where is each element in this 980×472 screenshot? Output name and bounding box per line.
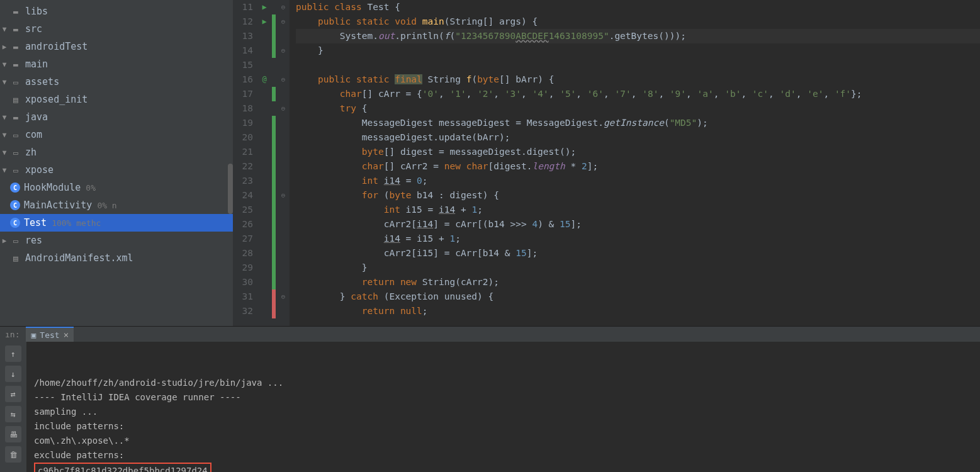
console-line: ---- IntelliJ IDEA coverage runner ---- xyxy=(34,390,972,405)
run-tabbar-label: ın: xyxy=(5,330,20,339)
tree-item-assets[interactable]: ▼▭assets xyxy=(0,73,233,91)
folder-icon: ▬ xyxy=(10,59,21,69)
coverage-gutter xyxy=(271,0,277,326)
file-icon: ▤ xyxy=(10,94,21,104)
sidebar-scrollbar[interactable] xyxy=(228,164,233,214)
tree-item-label: HookModule xyxy=(24,182,81,193)
 xyxy=(258,130,271,145)
coverage-suffix: 0% xyxy=(86,183,96,193)
fold-gutter[interactable]: ⊖⊖⊖⊖⊖⊖⊖ xyxy=(277,0,290,326)
console-line: sampling ... xyxy=(34,405,972,419)
tree-item-mainactivity[interactable]: CMainActivity0% n xyxy=(0,196,233,214)
tree-item-label: MainActivity xyxy=(24,199,92,211)
chevron-down-icon[interactable]: ▼ xyxy=(0,78,9,86)
tree-item-androidtest[interactable]: ▶▬androidTest xyxy=(0,38,233,55)
run-tab-test[interactable]: ▣ Test × xyxy=(26,327,74,342)
console-line: exclude patterns: xyxy=(34,448,972,463)
console-line: /home/zhouff/zh/android-studio/jre/bin/j… xyxy=(34,376,972,390)
run-tool-button[interactable]: 🗑 xyxy=(5,446,21,463)
run-gutter[interactable]: ▶▶@ xyxy=(258,0,271,326)
 xyxy=(258,29,271,43)
tree-item-com[interactable]: ▼▭com xyxy=(0,126,233,143)
chevron-down-icon[interactable]: ▼ xyxy=(0,25,9,33)
run-tool-button[interactable]: ⇆ xyxy=(5,406,21,422)
 xyxy=(258,188,271,203)
coverage-suffix: 100% methc xyxy=(52,218,101,228)
tree-item-label: main xyxy=(25,59,48,70)
 xyxy=(258,275,271,289)
 xyxy=(258,304,271,318)
 xyxy=(258,203,271,217)
tree-item-zh[interactable]: ▼▭zh xyxy=(0,143,233,161)
tree-item-label: libs xyxy=(25,6,48,17)
run-tool-button[interactable]: ↑ xyxy=(5,346,21,362)
 xyxy=(258,87,271,101)
tree-item-hookmodule[interactable]: CHookModule0% xyxy=(0,179,233,196)
tree-item-label: assets xyxy=(25,76,59,87)
tree-item-test[interactable]: CTest100% methc xyxy=(0,214,233,232)
tree-item-label: Test xyxy=(24,217,47,228)
folder-icon: ▬ xyxy=(10,24,21,34)
folder-icon: ▬ xyxy=(10,6,21,16)
code-editor[interactable]: 1112131415161718192021222324252627282930… xyxy=(233,0,980,326)
project-tree-sidebar[interactable]: ▬libs▼▬src▶▬androidTest▼▬main▼▭assets▤xp… xyxy=(0,0,233,326)
tree-item-label: res xyxy=(25,235,42,246)
class-icon: C xyxy=(10,183,20,193)
tree-item-label: java xyxy=(25,111,48,123)
tree-item-label: com xyxy=(25,129,42,140)
 xyxy=(258,43,271,58)
folder-icon: ▬ xyxy=(10,112,21,122)
chevron-right-icon[interactable]: ▶ xyxy=(0,237,9,245)
highlighted-output: c96bc7f81c81d322dbef5bbcd1297d24 xyxy=(34,463,211,472)
console-line: include patterns: xyxy=(34,419,972,434)
chevron-down-icon[interactable]: ▼ xyxy=(0,60,9,69)
 xyxy=(258,217,271,232)
run-gutter-icon[interactable]: @ xyxy=(258,72,271,87)
console-line: c96bc7f81c81d322dbef5bbcd1297d24 xyxy=(34,463,972,472)
chevron-down-icon[interactable]: ▼ xyxy=(0,131,9,139)
 xyxy=(258,246,271,261)
package-icon: ▭ xyxy=(10,130,21,140)
 xyxy=(258,174,271,188)
tree-item-java[interactable]: ▼▬java xyxy=(0,108,233,126)
 xyxy=(258,232,271,246)
terminal-icon: ▣ xyxy=(31,330,36,340)
 xyxy=(258,101,271,116)
package-icon: ▭ xyxy=(10,235,21,245)
tree-item-res[interactable]: ▶▭res xyxy=(0,232,233,249)
class-icon: C xyxy=(10,200,20,210)
run-tab-label: Test xyxy=(40,330,59,340)
 xyxy=(258,159,271,174)
close-icon[interactable]: × xyxy=(64,330,69,340)
tree-item-androidmanifest-xml[interactable]: ▤AndroidManifest.xml xyxy=(0,249,233,267)
folder-icon: ▬ xyxy=(10,42,21,52)
run-gutter-icon[interactable]: ▶ xyxy=(258,14,271,29)
 xyxy=(258,261,271,275)
tree-item-xposed-init[interactable]: ▤xposed_init xyxy=(0,91,233,108)
package-icon: ▭ xyxy=(10,77,21,87)
code-area[interactable]: public class Test { public static void m… xyxy=(290,0,980,326)
run-tabbar: ın: ▣ Test × xyxy=(0,327,980,342)
 xyxy=(258,116,271,130)
run-tool-button[interactable]: ↓ xyxy=(5,366,21,382)
run-console[interactable]: /home/zhouff/zh/android-studio/jre/bin/j… xyxy=(26,342,980,472)
tree-item-label: androidTest xyxy=(25,41,87,52)
tree-item-src[interactable]: ▼▬src xyxy=(0,20,233,38)
 xyxy=(258,58,271,72)
run-tool-button[interactable]: 🖶 xyxy=(5,426,21,442)
run-panel: ın: ▣ Test × ↑↓⇄⇆🖶🗑 /home/zhouff/zh/andr… xyxy=(0,326,980,472)
run-gutter-icon[interactable]: ▶ xyxy=(258,0,271,14)
chevron-down-icon[interactable]: ▼ xyxy=(0,113,9,121)
tree-item-main[interactable]: ▼▬main xyxy=(0,55,233,73)
chevron-down-icon[interactable]: ▼ xyxy=(0,149,9,157)
tree-item-label: zh xyxy=(25,147,37,158)
tree-item-libs[interactable]: ▬libs xyxy=(0,3,233,20)
chevron-down-icon[interactable]: ▼ xyxy=(0,166,9,174)
run-tool-button[interactable]: ⇄ xyxy=(5,386,21,402)
 xyxy=(258,289,271,304)
tree-item-label: xpose xyxy=(25,164,54,176)
package-icon: ▭ xyxy=(10,147,21,157)
chevron-right-icon[interactable]: ▶ xyxy=(0,43,9,51)
package-icon: ▭ xyxy=(10,165,21,175)
tree-item-xpose[interactable]: ▼▭xpose xyxy=(0,161,233,179)
